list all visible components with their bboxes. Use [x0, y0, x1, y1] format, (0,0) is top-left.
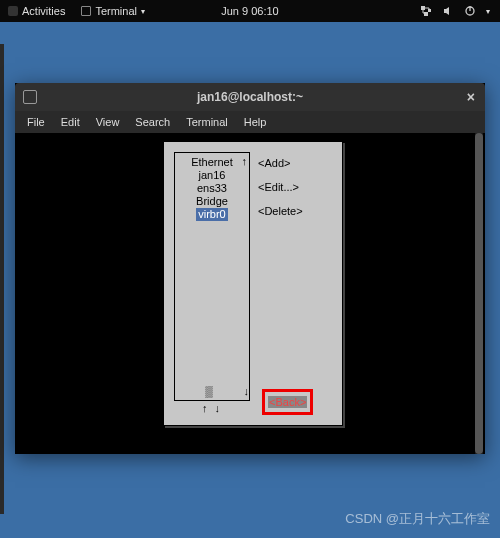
list-item-ens33[interactable]: ens33 — [175, 182, 249, 195]
watermark: CSDN @正月十六工作室 — [345, 510, 490, 528]
delete-button[interactable]: <Delete> — [258, 203, 303, 219]
clock[interactable]: Jun 9 06:10 — [221, 5, 279, 17]
appmenu-button[interactable]: Terminal — [95, 5, 137, 17]
power-icon[interactable] — [464, 5, 476, 17]
chevron-down-icon: ▾ — [486, 7, 490, 16]
list-item-virbr0[interactable]: virbr0 — [175, 208, 249, 221]
desktop-background: jan16@localhost:~ × File Edit View Searc… — [0, 22, 500, 538]
edit-button[interactable]: <Edit...> — [258, 179, 299, 195]
terminal-viewport: ↑ Ethernet jan16 ens33 Bridge virbr0 ▒↓ … — [15, 133, 485, 454]
back-button[interactable]: <Back> — [268, 396, 307, 408]
connection-list[interactable]: ↑ Ethernet jan16 ens33 Bridge virbr0 ▒↓ — [174, 152, 250, 401]
menu-help[interactable]: Help — [236, 116, 275, 128]
menu-edit[interactable]: Edit — [53, 116, 88, 128]
terminal-icon — [81, 6, 91, 16]
scroll-up-icon: ↑ — [242, 155, 248, 168]
activities-icon — [8, 6, 18, 16]
scroll-indicator: ▒↓ — [175, 385, 249, 398]
menu-view[interactable]: View — [88, 116, 128, 128]
gnome-top-bar: Activities Terminal ▾ Jun 9 06:10 ▾ — [0, 0, 500, 22]
activities-button[interactable]: Activities — [22, 5, 65, 17]
menu-terminal[interactable]: Terminal — [178, 116, 236, 128]
volume-icon[interactable] — [442, 5, 454, 17]
scrollbar[interactable] — [475, 133, 483, 454]
network-icon[interactable] — [420, 5, 432, 17]
list-item-jan16[interactable]: jan16 — [175, 169, 249, 182]
add-button[interactable]: <Add> — [258, 155, 290, 171]
menu-file[interactable]: File — [19, 116, 53, 128]
menubar: File Edit View Search Terminal Help — [15, 111, 485, 133]
back-highlight-box: <Back> — [262, 389, 313, 415]
window-title: jan16@localhost:~ — [197, 90, 303, 104]
nmtui-dialog: ↑ Ethernet jan16 ens33 Bridge virbr0 ▒↓ … — [163, 141, 343, 426]
menu-search[interactable]: Search — [127, 116, 178, 128]
chevron-down-icon: ▾ — [141, 7, 145, 16]
list-group-bridge: Bridge — [175, 195, 249, 208]
dock-edge — [0, 44, 4, 514]
list-group-ethernet: Ethernet — [175, 156, 249, 169]
terminal-window: jan16@localhost:~ × File Edit View Searc… — [15, 83, 485, 454]
scroll-thumb[interactable] — [475, 133, 483, 454]
window-titlebar[interactable]: jan16@localhost:~ × — [15, 83, 485, 111]
terminal-window-icon — [23, 90, 37, 104]
close-button[interactable]: × — [467, 89, 475, 105]
arrow-hints: ↑ ↓ — [174, 401, 250, 415]
